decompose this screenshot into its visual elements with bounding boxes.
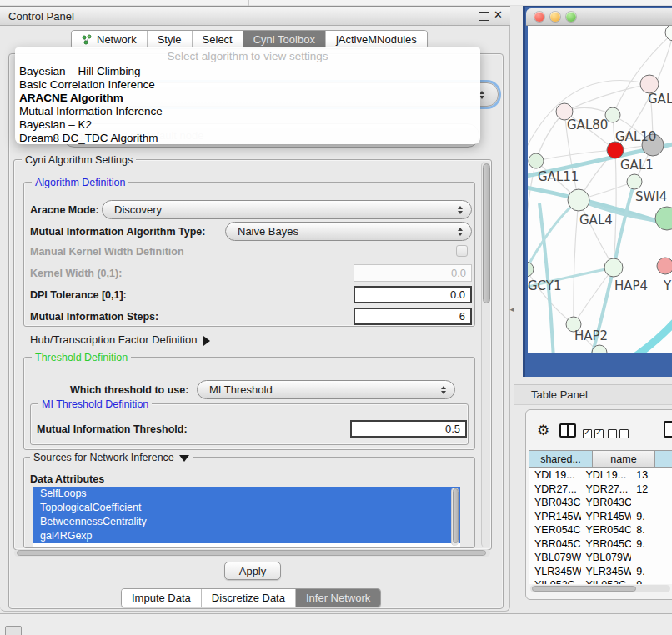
expand-right-icon [203, 336, 210, 346]
panel-splitter-arrow-icon[interactable]: ◄ [509, 306, 515, 313]
columns-icon[interactable] [559, 423, 576, 438]
settings-hscrollbar-thumb[interactable] [17, 550, 486, 556]
tab-select-label: Select [203, 33, 233, 46]
table-cell: 9. [631, 510, 672, 524]
settings-horizontal-scrollbar[interactable] [14, 549, 490, 557]
network-edge[interactable] [528, 200, 579, 269]
column-header-shared[interactable]: shared... [529, 450, 593, 468]
data-attributes-label: Data Attributes [30, 473, 104, 485]
column-header-name[interactable]: name [593, 450, 655, 468]
collapse-down-icon [179, 455, 189, 462]
tab-select[interactable]: Select [193, 31, 243, 48]
gear-icon[interactable]: ⚙ [537, 423, 549, 438]
tab-style[interactable]: Style [148, 31, 193, 48]
node-gal11[interactable] [529, 153, 544, 168]
table-row[interactable]: YBR045CYBR045C9. [529, 538, 672, 552]
manual-kernel-width-checkbox[interactable] [456, 245, 468, 257]
table-cell: YIL052C [581, 578, 632, 584]
bottom-tab-infer-network[interactable]: Infer Network [296, 589, 380, 607]
node-green-right[interactable] [655, 207, 672, 230]
table-row[interactable]: YBR043CYBR043C [529, 496, 672, 510]
zoom-traffic-light-icon[interactable] [566, 12, 576, 22]
sources-group-title[interactable]: Sources for Network Inference [30, 452, 193, 463]
which-threshold-combo[interactable]: MI Threshold [197, 380, 455, 399]
data-attribute-betweennesscentrality[interactable]: BetweennessCentrality [33, 515, 460, 529]
hub-definition-toggle[interactable]: Hub/Transcription Factor Definition [30, 333, 210, 346]
attributes-list-scrollbar[interactable] [451, 488, 459, 546]
network-edge[interactable] [631, 312, 672, 353]
network-window-titlebar[interactable] [526, 8, 672, 26]
deselect-all-icon[interactable] [608, 427, 631, 442]
algorithm-option-dream8-dc-tdc-algorithm[interactable]: Dream8 DC_TDC Algorithm [15, 132, 480, 145]
data-attribute-gal4rgexp[interactable]: gal4RGexp [33, 529, 460, 543]
float-window-icon[interactable] [479, 12, 489, 21]
minimize-traffic-light-icon[interactable] [550, 12, 560, 22]
mi-algorithm-type-label: Mutual Information Algorithm Type: [30, 226, 205, 238]
select-all-icon[interactable] [583, 427, 606, 442]
algorithm-option-mutual-information-inference[interactable]: Mutual Information Inference [15, 105, 480, 118]
dpi-tolerance-field[interactable]: 0.0 [354, 286, 472, 303]
threshold-definition-title: Threshold Definition [32, 352, 131, 363]
node-swi4-label: SWI4 [635, 189, 667, 204]
cyni-settings-group-title: Cyni Algorithm Settings [22, 154, 136, 166]
table-row[interactable]: YER054CYER054C8. [529, 523, 672, 538]
table-cell: 9. [631, 565, 672, 579]
node-partial-top[interactable] [665, 26, 672, 41]
data-attribute-topologicalcoefficient[interactable]: TopologicalCoefficient [33, 501, 460, 515]
node-y-partial[interactable] [657, 258, 672, 274]
table-cell: 8. [631, 523, 672, 538]
node-hap4[interactable] [604, 258, 623, 277]
settings-scrollbar-thumb[interactable] [483, 163, 490, 303]
tab-jactivemnodules[interactable]: jActiveMNodules [326, 31, 427, 48]
table-cell: 12 [631, 482, 672, 497]
algorithm-option-bayesian-k2[interactable]: Bayesian – K2 [15, 118, 480, 132]
node-gal1[interactable] [607, 142, 624, 158]
algorithm-option-bayesian-hill-climbing[interactable]: Bayesian – Hill Climbing [15, 65, 480, 78]
table-row[interactable]: YPR145WYPR145W9. [529, 510, 672, 524]
table-row[interactable]: YDR27...YDR27...12 [529, 482, 672, 497]
data-attribute-selfloops[interactable]: SelfLoops [33, 487, 460, 501]
algorithm-option-basic-correlation-inference[interactable]: Basic Correlation Inference [15, 78, 480, 92]
mi-algorithm-type-value: Naive Bayes [238, 225, 298, 238]
table-row[interactable]: YLR345WYLR345W9. [529, 565, 672, 579]
aracne-mode-combo[interactable]: Discovery [102, 200, 472, 219]
network-edge[interactable] [528, 200, 579, 269]
network-canvas[interactable]: GALGAL80GAL10GAL1GAL11SWI4GAL4GCY1HAP4YH… [528, 26, 672, 353]
mi-threshold-label: Mutual Information Threshold: [37, 423, 188, 435]
mi-steps-field[interactable]: 6 [354, 308, 472, 325]
table-horizontal-scrollbar[interactable] [530, 585, 670, 592]
algorithm-option-aracne-algorithm[interactable]: ARACNE Algorithm [15, 92, 480, 105]
network-edge[interactable] [614, 182, 634, 268]
column-header-a[interactable]: A [655, 450, 672, 468]
status-bar [0, 614, 672, 635]
table-row[interactable]: YIL052CYIL052C9 [529, 578, 672, 584]
node-gal4[interactable] [568, 189, 589, 211]
floating-panel-icon[interactable] [5, 626, 22, 635]
kernel-width-field[interactable]: 0.0 [354, 264, 472, 282]
file-icon[interactable] [664, 421, 672, 438]
bottom-tab-discretize-data[interactable]: Discretize Data [202, 589, 296, 607]
mi-threshold-field[interactable]: 0.5 [350, 420, 467, 438]
tab-cyni-toolbox[interactable]: Cyni Toolbox [243, 31, 326, 48]
node-gcy1[interactable] [528, 262, 534, 277]
settings-vertical-scrollbar[interactable] [481, 162, 490, 548]
apply-button[interactable]: Apply [224, 562, 281, 580]
close-traffic-light-icon[interactable] [534, 12, 544, 22]
bottom-tab-infer-network-label: Infer Network [306, 592, 370, 604]
table-hscrollbar-thumb[interactable] [532, 586, 636, 592]
tab-network[interactable]: Network [72, 31, 148, 48]
bottom-tab-impute-data-label: Impute Data [132, 592, 191, 604]
table-cell: YDL19... [529, 468, 581, 482]
network-edge[interactable] [574, 200, 579, 324]
network-edge[interactable] [564, 84, 649, 112]
node-gal[interactable] [640, 75, 659, 93]
control-panel-titlebar[interactable]: Control Panel ✕ [0, 6, 510, 26]
node-swi4[interactable] [627, 174, 642, 189]
bottom-tab-impute-data[interactable]: Impute Data [122, 589, 202, 607]
attributes-scrollbar-thumb[interactable] [453, 488, 459, 543]
kernel-width-label: Kernel Width (0,1): [30, 268, 122, 279]
table-row[interactable]: YDL19...YDL19...13 [529, 468, 672, 482]
table-row[interactable]: YBL079WYBL079W [529, 551, 672, 565]
close-icon[interactable]: ✕ [494, 8, 503, 21]
mi-algorithm-type-combo[interactable]: Naive Bayes [225, 222, 472, 241]
